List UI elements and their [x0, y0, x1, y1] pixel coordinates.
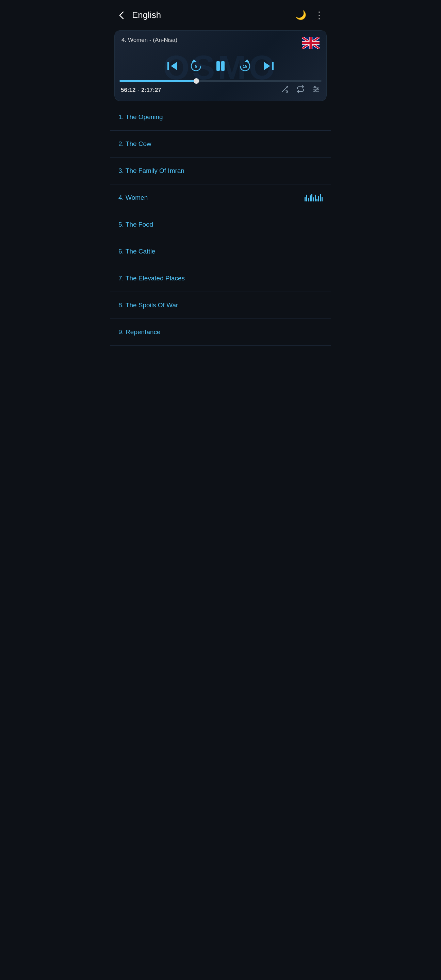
pause-button[interactable]: [214, 59, 227, 73]
playlist-item-label: 7. The Elevated Places: [118, 275, 185, 282]
svg-point-24: [315, 91, 316, 92]
playlist-item-4[interactable]: 4. Women: [110, 185, 331, 211]
playlist: 1. The Opening2. The Cow3. The Family Of…: [110, 104, 331, 346]
more-options-button[interactable]: ⋮: [314, 10, 324, 21]
time-total: 2:17:27: [141, 87, 281, 94]
playlist-item-label: 5. The Food: [118, 221, 153, 228]
playlist-item-5[interactable]: 5. The Food: [110, 211, 331, 238]
repeat-button[interactable]: [296, 85, 304, 95]
replay-num: 5: [195, 64, 197, 68]
svg-marker-16: [264, 62, 270, 70]
progress-container[interactable]: [115, 79, 326, 82]
playlist-item-label: 9. Repentance: [118, 328, 161, 336]
time-current: 56:12: [121, 87, 135, 94]
replay-5-button[interactable]: 5: [188, 58, 204, 74]
svg-rect-9: [167, 62, 169, 70]
svg-rect-8: [302, 42, 320, 44]
playlist-item-8[interactable]: 8. The Spoils Of War: [110, 292, 331, 319]
player-extra-controls: [281, 85, 320, 95]
playlist-item-label: 3. The Family Of Imran: [118, 167, 185, 175]
page-title: English: [132, 10, 290, 21]
prev-button[interactable]: [166, 60, 178, 72]
playlist-item-3[interactable]: 3. The Family Of Imran: [110, 158, 331, 185]
svg-rect-13: [221, 61, 224, 71]
svg-marker-11: [192, 59, 196, 62]
forward-15-button[interactable]: 15: [237, 58, 253, 74]
playlist-item-2[interactable]: 2. The Cow: [110, 130, 331, 158]
svg-rect-12: [217, 61, 220, 71]
next-button[interactable]: [263, 60, 275, 72]
svg-marker-10: [171, 62, 177, 70]
playlist-item-label: 6. The Cattle: [118, 248, 155, 255]
playlist-item-label: 8. The Spoils Of War: [118, 301, 178, 309]
player-controls: 5 15: [115, 52, 326, 79]
svg-marker-14: [245, 59, 249, 62]
playlist-item-1[interactable]: 1. The Opening: [110, 104, 331, 130]
player-card: OSMO 4. Women - (An-Nisa): [114, 30, 327, 101]
player-top-row: 4. Women - (An-Nisa): [115, 30, 326, 52]
playlist-item-6[interactable]: 6. The Cattle: [110, 238, 331, 265]
playlist-item-9[interactable]: 9. Repentance: [110, 319, 331, 346]
back-button[interactable]: [117, 11, 127, 20]
playlist-item-label: 1. The Opening: [118, 113, 163, 121]
playlist-item-7[interactable]: 7. The Elevated Places: [110, 265, 331, 292]
header: English 🌙 ⋮: [110, 0, 331, 27]
svg-point-23: [317, 89, 318, 90]
time-row: 56:12 · 2:17:27: [115, 82, 326, 101]
player-track-title: 4. Women - (An-Nisa): [121, 37, 177, 43]
waveform-icon: [304, 194, 323, 202]
equalizer-button[interactable]: [312, 85, 320, 95]
shuffle-button[interactable]: [281, 85, 289, 95]
playlist-item-label: 4. Women: [118, 194, 148, 202]
language-flag: [302, 37, 320, 49]
time-separator: ·: [137, 87, 139, 94]
forward-num: 15: [243, 64, 247, 68]
night-mode-button[interactable]: 🌙: [295, 10, 306, 21]
svg-point-22: [314, 86, 315, 88]
svg-rect-15: [272, 62, 274, 70]
playlist-item-label: 2. The Cow: [118, 140, 151, 148]
